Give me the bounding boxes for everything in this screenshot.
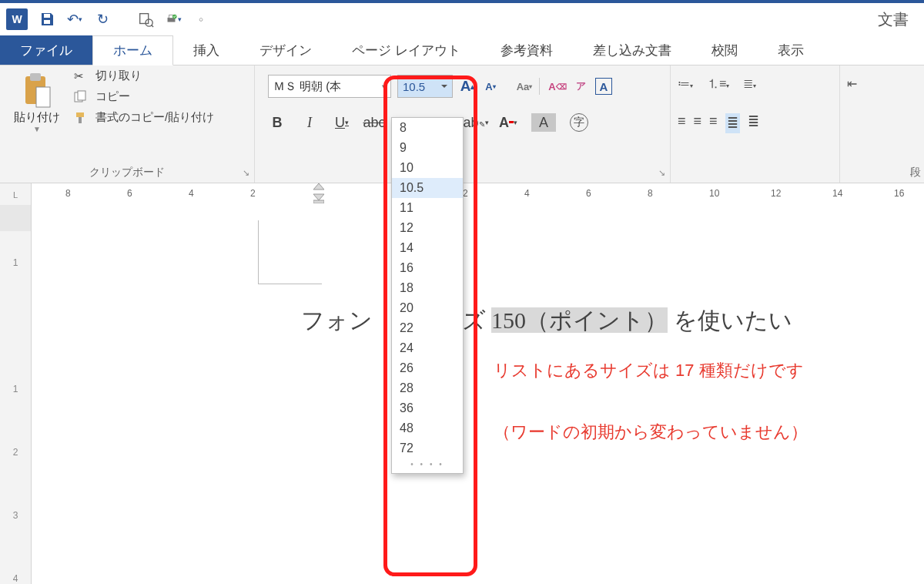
- svg-rect-12: [78, 91, 85, 100]
- tab-file[interactable]: ファイル: [0, 35, 92, 65]
- scissors-icon: ✂: [74, 69, 91, 83]
- clipboard-group-label: クリップボード: [0, 166, 254, 180]
- print-preview-icon[interactable]: [137, 11, 154, 28]
- distributed-icon[interactable]: ≣: [748, 113, 759, 133]
- ribbon-tabs: ファイル ホーム 挿入 デザイン ページ レイアウト 参考資料 差し込み文書 校…: [0, 35, 924, 65]
- doc-text-suffix: を使いたい: [674, 307, 792, 333]
- document-text[interactable]: フォン ト サイ ズ 150（ポイント） を使いたい: [301, 305, 792, 337]
- svg-rect-14: [79, 117, 82, 123]
- ruler-tick: 14: [832, 188, 842, 199]
- customize-qat-icon[interactable]: ◦: [192, 11, 209, 28]
- svg-rect-0: [44, 14, 50, 18]
- annotation-line-1: リストにあるサイズは 17 種類だけです: [494, 359, 804, 382]
- indent-marker-icon[interactable]: [313, 183, 324, 206]
- tab-page-layout[interactable]: ページ レイアウト: [332, 35, 480, 65]
- enclose-characters-icon[interactable]: 字: [570, 113, 588, 132]
- ruler-tick: 8: [648, 188, 653, 199]
- group-paragraph: ≔▾ ⒈≡▾ ≣▾ ≡ ≡ ≡ ≣ ≣: [670, 65, 840, 183]
- shrink-font-icon[interactable]: A▾: [482, 78, 499, 95]
- vertical-ruler[interactable]: 1 1 2 3 4 5: [0, 205, 32, 584]
- clipboard-launcher-icon[interactable]: ↘: [243, 168, 249, 178]
- vruler-tick: [0, 294, 31, 357]
- ruler-corner: L: [0, 183, 32, 206]
- word-logo-icon: W: [6, 8, 28, 30]
- doc-text-prefix: フォン: [301, 307, 373, 333]
- italic-button[interactable]: I: [300, 113, 319, 132]
- svg-rect-17: [313, 200, 324, 203]
- ruler-tick: 4: [189, 188, 194, 199]
- ruler-tick: 4: [524, 188, 530, 199]
- annotation-line-2: （ワードの初期から変わっていません）: [494, 421, 808, 444]
- font-name-input[interactable]: ＭＳ 明朝 (本▾: [268, 75, 391, 98]
- align-right-icon[interactable]: ≡: [709, 113, 718, 133]
- vruler-tick: 2: [0, 421, 31, 484]
- strikethrough-button[interactable]: abc: [365, 113, 383, 132]
- clear-formatting-icon[interactable]: A⌫: [549, 78, 566, 95]
- document-page[interactable]: フォン ト サイ ズ 150（ポイント） を使いたい リストにあるサイズは 17…: [32, 205, 924, 584]
- tab-view[interactable]: 表示: [758, 35, 824, 65]
- bold-button[interactable]: B: [268, 113, 286, 132]
- tab-review[interactable]: 校閲: [691, 35, 758, 65]
- cut-label: 切り取り: [95, 69, 142, 83]
- document-title: 文書: [878, 9, 909, 30]
- svg-marker-15: [313, 183, 324, 190]
- align-center-icon[interactable]: ≡: [694, 113, 702, 133]
- brush-icon: [74, 111, 91, 125]
- decrease-indent-icon[interactable]: ⇤: [847, 76, 857, 91]
- underline-button[interactable]: U▾: [333, 113, 351, 132]
- font-color-icon[interactable]: A▾: [499, 113, 517, 132]
- copy-label: コピー: [95, 89, 130, 104]
- vruler-tick: 4: [0, 547, 31, 584]
- tab-insert[interactable]: 挿入: [173, 35, 239, 65]
- paste-button[interactable]: 貼り付け ▼: [9, 72, 65, 133]
- svg-rect-1: [44, 20, 50, 24]
- svg-line-4: [151, 25, 153, 27]
- vruler-tick: [0, 205, 31, 231]
- tab-mailings[interactable]: 差し込み文書: [573, 35, 691, 65]
- copy-icon: [74, 90, 91, 104]
- numbering-icon[interactable]: ⒈≡▾: [707, 76, 729, 92]
- svg-rect-9: [30, 73, 41, 81]
- font-launcher-icon[interactable]: ↘: [658, 168, 665, 178]
- vruler-tick: 3: [0, 484, 31, 547]
- vruler-tick: 1: [0, 231, 31, 294]
- character-border-icon[interactable]: A: [595, 78, 612, 95]
- group-misc: ⇤ 段: [839, 65, 924, 183]
- margin-guide: [258, 220, 322, 284]
- paragraph-extra-label: 段: [839, 166, 924, 180]
- svg-rect-2: [140, 14, 149, 24]
- ruler-tick: 12: [771, 188, 781, 199]
- ruler-tick: 10: [709, 188, 719, 199]
- ruler-tick: 16: [894, 188, 904, 199]
- undo-icon[interactable]: ↶▾: [66, 11, 83, 28]
- multilevel-list-icon[interactable]: ≣▾: [743, 76, 756, 92]
- format-painter-label: 書式のコピー/貼り付け: [95, 110, 214, 125]
- phonetic-guide-icon[interactable]: ア: [572, 78, 589, 95]
- tab-design[interactable]: デザイン: [239, 35, 332, 65]
- ruler-tick: 6: [127, 188, 132, 199]
- bullets-icon[interactable]: ≔▾: [678, 76, 693, 92]
- ruler-scale[interactable]: 8 6 4 2 2 4 6 8 10 12 14 16 18: [32, 183, 924, 206]
- tab-references[interactable]: 参考資料: [480, 35, 573, 65]
- svg-rect-10: [36, 87, 50, 107]
- title-bar: W ↶▾ ↻ ▾ ◦ 文書: [0, 0, 924, 35]
- font-name-value: ＭＳ 明朝 (本: [273, 79, 341, 94]
- justify-icon[interactable]: ≣: [725, 113, 740, 133]
- group-clipboard: 貼り付け ▼ ✂ 切り取り コピー 書式のコピー/貼り付け クリップボード ↘: [0, 65, 255, 183]
- svg-rect-13: [76, 112, 84, 117]
- paste-label: 貼り付け: [9, 110, 65, 125]
- vruler-tick: 1: [0, 357, 31, 421]
- annotation-highlight-box: [383, 76, 477, 576]
- save-icon[interactable]: [38, 11, 55, 28]
- ruler-tick: 6: [586, 188, 591, 199]
- ruler-tick: 2: [250, 188, 256, 199]
- doc-text-highlight: 150（ポイント）: [491, 307, 668, 333]
- change-case-icon[interactable]: Aa▾: [516, 78, 533, 95]
- ruler-tick: 8: [65, 188, 71, 199]
- character-shading-icon[interactable]: A: [531, 113, 556, 132]
- redo-icon[interactable]: ↻: [94, 11, 111, 28]
- quick-print-icon[interactable]: ▾: [165, 11, 182, 28]
- svg-marker-16: [313, 194, 324, 200]
- tab-home[interactable]: ホーム: [92, 35, 173, 65]
- align-left-icon[interactable]: ≡: [678, 113, 686, 133]
